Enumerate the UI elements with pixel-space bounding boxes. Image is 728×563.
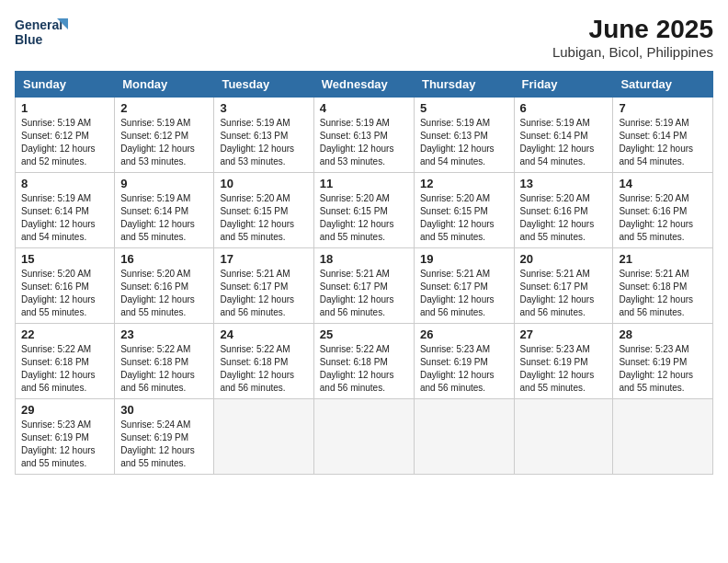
day-number: 7 xyxy=(619,101,707,115)
calendar: SundayMondayTuesdayWednesdayThursdayFrid… xyxy=(15,71,713,475)
day-info: Sunrise: 5:22 AMSunset: 6:18 PMDaylight:… xyxy=(220,343,307,395)
day-info: Sunrise: 5:19 AMSunset: 6:13 PMDaylight:… xyxy=(420,117,508,168)
weekday-wednesday: Wednesday xyxy=(313,72,414,98)
day-number: 12 xyxy=(420,177,508,190)
calendar-cell: 6Sunrise: 5:19 AMSunset: 6:14 PMDaylight… xyxy=(514,98,613,173)
calendar-cell: 22Sunrise: 5:22 AMSunset: 6:18 PMDayligh… xyxy=(16,324,115,399)
day-info: Sunrise: 5:23 AMSunset: 6:19 PMDaylight:… xyxy=(21,419,108,470)
weekday-thursday: Thursday xyxy=(414,72,514,98)
day-info: Sunrise: 5:19 AMSunset: 6:13 PMDaylight:… xyxy=(320,117,408,168)
day-number: 23 xyxy=(120,327,208,341)
day-info: Sunrise: 5:22 AMSunset: 6:18 PMDaylight:… xyxy=(320,343,408,395)
day-number: 11 xyxy=(320,177,408,190)
location-title: Lubigan, Bicol, Philippines xyxy=(552,44,713,60)
calendar-cell: 28Sunrise: 5:23 AMSunset: 6:19 PMDayligh… xyxy=(613,324,713,399)
day-info: Sunrise: 5:23 AMSunset: 6:19 PMDaylight:… xyxy=(520,343,608,395)
day-number: 5 xyxy=(420,101,508,115)
calendar-cell: 13Sunrise: 5:20 AMSunset: 6:16 PMDayligh… xyxy=(514,173,613,248)
weekday-friday: Friday xyxy=(514,72,613,98)
day-info: Sunrise: 5:22 AMSunset: 6:18 PMDaylight:… xyxy=(21,343,108,395)
day-info: Sunrise: 5:21 AMSunset: 6:17 PMDaylight:… xyxy=(220,268,307,319)
calendar-cell: 25Sunrise: 5:22 AMSunset: 6:18 PMDayligh… xyxy=(313,324,414,399)
day-number: 17 xyxy=(220,252,307,266)
day-info: Sunrise: 5:20 AMSunset: 6:16 PMDaylight:… xyxy=(619,192,707,244)
calendar-cell: 17Sunrise: 5:21 AMSunset: 6:17 PMDayligh… xyxy=(214,248,313,324)
calendar-cell: 20Sunrise: 5:21 AMSunset: 6:17 PMDayligh… xyxy=(514,248,613,324)
day-info: Sunrise: 5:19 AMSunset: 6:14 PMDaylight:… xyxy=(120,192,208,244)
day-info: Sunrise: 5:19 AMSunset: 6:14 PMDaylight:… xyxy=(21,192,108,244)
day-number: 29 xyxy=(21,403,108,417)
day-number: 18 xyxy=(320,252,408,266)
calendar-cell: 16Sunrise: 5:20 AMSunset: 6:16 PMDayligh… xyxy=(115,248,214,324)
calendar-cell: 30Sunrise: 5:24 AMSunset: 6:19 PMDayligh… xyxy=(115,399,214,475)
calendar-cell: 9Sunrise: 5:19 AMSunset: 6:14 PMDaylight… xyxy=(115,173,214,248)
calendar-week-3: 15Sunrise: 5:20 AMSunset: 6:16 PMDayligh… xyxy=(16,248,713,324)
day-number: 27 xyxy=(520,327,608,341)
calendar-week-2: 8Sunrise: 5:19 AMSunset: 6:14 PMDaylight… xyxy=(16,173,713,248)
day-number: 1 xyxy=(21,101,108,115)
day-info: Sunrise: 5:20 AMSunset: 6:15 PMDaylight:… xyxy=(220,192,307,244)
day-number: 9 xyxy=(120,177,208,190)
day-info: Sunrise: 5:21 AMSunset: 6:17 PMDaylight:… xyxy=(520,268,608,319)
weekday-monday: Monday xyxy=(115,72,214,98)
weekday-sunday: Sunday xyxy=(16,72,115,98)
day-info: Sunrise: 5:20 AMSunset: 6:16 PMDaylight:… xyxy=(21,268,108,319)
calendar-cell: 5Sunrise: 5:19 AMSunset: 6:13 PMDaylight… xyxy=(414,98,514,173)
day-info: Sunrise: 5:19 AMSunset: 6:12 PMDaylight:… xyxy=(21,117,108,168)
calendar-cell: 14Sunrise: 5:20 AMSunset: 6:16 PMDayligh… xyxy=(613,173,713,248)
weekday-header-row: SundayMondayTuesdayWednesdayThursdayFrid… xyxy=(16,72,713,98)
day-number: 22 xyxy=(21,327,108,341)
calendar-cell xyxy=(414,399,514,475)
day-number: 21 xyxy=(619,252,707,266)
weekday-tuesday: Tuesday xyxy=(214,72,313,98)
day-info: Sunrise: 5:19 AMSunset: 6:14 PMDaylight:… xyxy=(619,117,707,168)
calendar-cell: 21Sunrise: 5:21 AMSunset: 6:18 PMDayligh… xyxy=(613,248,713,324)
calendar-cell: 7Sunrise: 5:19 AMSunset: 6:14 PMDaylight… xyxy=(613,98,713,173)
day-number: 26 xyxy=(420,327,508,341)
day-number: 19 xyxy=(420,252,508,266)
day-number: 28 xyxy=(619,327,707,341)
calendar-cell: 1Sunrise: 5:19 AMSunset: 6:12 PMDaylight… xyxy=(16,98,115,173)
calendar-cell xyxy=(613,399,713,475)
weekday-saturday: Saturday xyxy=(613,72,713,98)
logo-svg: General Blue xyxy=(15,15,70,55)
day-number: 13 xyxy=(520,177,608,190)
day-info: Sunrise: 5:20 AMSunset: 6:16 PMDaylight:… xyxy=(120,268,208,319)
calendar-cell xyxy=(514,399,613,475)
page-header: General Blue June 2025 Lubigan, Bicol, P… xyxy=(15,15,713,60)
logo: General Blue xyxy=(15,15,70,55)
day-info: Sunrise: 5:21 AMSunset: 6:17 PMDaylight:… xyxy=(320,268,408,319)
day-info: Sunrise: 5:24 AMSunset: 6:19 PMDaylight:… xyxy=(120,419,208,470)
calendar-cell: 3Sunrise: 5:19 AMSunset: 6:13 PMDaylight… xyxy=(214,98,313,173)
calendar-cell: 23Sunrise: 5:22 AMSunset: 6:18 PMDayligh… xyxy=(115,324,214,399)
day-info: Sunrise: 5:21 AMSunset: 6:17 PMDaylight:… xyxy=(420,268,508,319)
calendar-week-1: 1Sunrise: 5:19 AMSunset: 6:12 PMDaylight… xyxy=(16,98,713,173)
calendar-cell xyxy=(214,399,313,475)
calendar-cell: 19Sunrise: 5:21 AMSunset: 6:17 PMDayligh… xyxy=(414,248,514,324)
day-info: Sunrise: 5:20 AMSunset: 6:15 PMDaylight:… xyxy=(420,192,508,244)
day-info: Sunrise: 5:20 AMSunset: 6:15 PMDaylight:… xyxy=(320,192,408,244)
day-number: 10 xyxy=(220,177,307,190)
day-number: 30 xyxy=(120,403,208,417)
calendar-cell: 12Sunrise: 5:20 AMSunset: 6:15 PMDayligh… xyxy=(414,173,514,248)
svg-text:General: General xyxy=(15,17,63,32)
day-number: 2 xyxy=(120,101,208,115)
day-info: Sunrise: 5:20 AMSunset: 6:16 PMDaylight:… xyxy=(520,192,608,244)
day-number: 8 xyxy=(21,177,108,190)
svg-text:Blue: Blue xyxy=(15,32,43,47)
calendar-cell xyxy=(313,399,414,475)
day-number: 15 xyxy=(21,252,108,266)
calendar-week-4: 22Sunrise: 5:22 AMSunset: 6:18 PMDayligh… xyxy=(16,324,713,399)
calendar-cell: 15Sunrise: 5:20 AMSunset: 6:16 PMDayligh… xyxy=(16,248,115,324)
day-number: 24 xyxy=(220,327,307,341)
day-number: 16 xyxy=(120,252,208,266)
day-number: 20 xyxy=(520,252,608,266)
calendar-cell: 24Sunrise: 5:22 AMSunset: 6:18 PMDayligh… xyxy=(214,324,313,399)
calendar-cell: 26Sunrise: 5:23 AMSunset: 6:19 PMDayligh… xyxy=(414,324,514,399)
calendar-cell: 4Sunrise: 5:19 AMSunset: 6:13 PMDaylight… xyxy=(313,98,414,173)
calendar-cell: 11Sunrise: 5:20 AMSunset: 6:15 PMDayligh… xyxy=(313,173,414,248)
day-info: Sunrise: 5:22 AMSunset: 6:18 PMDaylight:… xyxy=(120,343,208,395)
calendar-cell: 29Sunrise: 5:23 AMSunset: 6:19 PMDayligh… xyxy=(16,399,115,475)
calendar-cell: 10Sunrise: 5:20 AMSunset: 6:15 PMDayligh… xyxy=(214,173,313,248)
calendar-cell: 2Sunrise: 5:19 AMSunset: 6:12 PMDaylight… xyxy=(115,98,214,173)
